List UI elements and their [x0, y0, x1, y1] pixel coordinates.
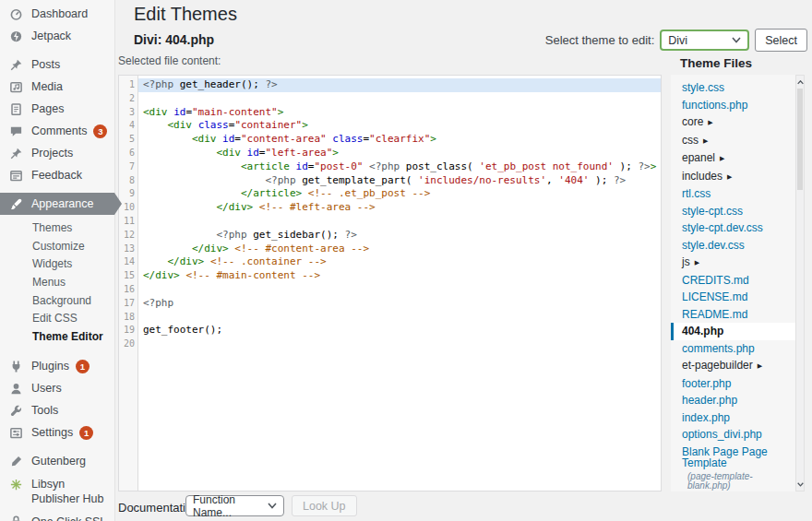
scroll-down-icon[interactable] — [796, 479, 804, 490]
theme-file-style-cpt-css[interactable]: style-cpt.css — [671, 203, 795, 220]
plugins-icon — [9, 360, 23, 373]
code-line: <?php get_template_part( 'includes/no-re… — [138, 174, 661, 188]
theme-files-list: style.cssfunctions.phpcore▶css▶epanel▶in… — [671, 75, 795, 491]
sidebar-item-label: Settings — [31, 426, 73, 439]
sidebar-item-label: Projects — [31, 147, 73, 160]
sidebar-item-libsyn-publisher-hub[interactable]: Libsyn Publisher Hub — [0, 472, 114, 511]
code-line: <?php get_header(); ?> — [138, 78, 661, 92]
sidebar-subitem-menus[interactable]: Menus — [0, 274, 114, 292]
sidebar-item-projects[interactable]: Projects — [0, 142, 114, 164]
theme-file-readme-md[interactable]: README.md — [671, 306, 795, 324]
scroll-up-icon[interactable] — [796, 77, 804, 88]
code-line — [138, 215, 661, 229]
code-editor[interactable]: 1234567891011121314151617181920 <?php ge… — [118, 75, 662, 491]
theme-file-blank-page-page-template[interactable]: Blank Page Page Template(page-template-b… — [671, 444, 795, 492]
sidebar-item-gutenberg[interactable]: Gutenberg — [0, 450, 114, 472]
sidebar-subitem-background[interactable]: Background — [0, 291, 114, 310]
sidebar-item-comments[interactable]: Comments3 — [0, 120, 114, 142]
scrollbar-thumb[interactable] — [797, 89, 803, 190]
sidebar-item-appearance[interactable]: Appearance — [0, 193, 114, 215]
line-number: 17 — [119, 297, 135, 311]
sidebar-item-users[interactable]: Users — [0, 377, 114, 399]
code-line — [138, 337, 661, 351]
folder-arrow-icon: ▶ — [758, 362, 762, 369]
line-number: 2 — [119, 92, 135, 106]
theme-file-404-php[interactable]: 404.php — [671, 323, 795, 340]
theme-file-comments-php[interactable]: comments.php — [671, 340, 795, 358]
theme-file-rtl-css[interactable]: rtl.css — [671, 185, 795, 203]
sidebar-item-label: One Click SSL — [31, 515, 106, 521]
line-number: 6 — [119, 147, 135, 160]
sidebar-item-media[interactable]: Media — [0, 76, 114, 98]
line-number: 20 — [119, 337, 135, 351]
line-number: 13 — [119, 243, 135, 256]
line-number: 18 — [119, 311, 135, 325]
page-title: Edit Themes — [134, 4, 237, 25]
code-line: get_footer(); — [138, 324, 661, 337]
line-number: 8 — [119, 174, 135, 188]
sidebar-item-label: Posts — [31, 58, 60, 71]
theme-file-functions-php[interactable]: functions.php — [671, 97, 795, 114]
documentation-select-value: Function Name... — [193, 493, 268, 519]
theme-files-scrollbar[interactable] — [795, 75, 805, 491]
line-number: 3 — [119, 106, 135, 120]
pages-icon — [9, 102, 23, 116]
sidebar-item-plugins[interactable]: Plugins1 — [0, 355, 114, 377]
sidebar-item-label: Users — [31, 382, 62, 395]
lookup-button[interactable]: Look Up — [292, 495, 357, 516]
theme-select[interactable]: Divi — [660, 30, 749, 51]
sidebar-item-jetpack[interactable]: Jetpack — [0, 25, 114, 47]
code-line: <?php get_sidebar(); ?> — [138, 229, 661, 243]
feedback-icon — [9, 169, 23, 183]
sidebar-subitem-themes[interactable]: Themes — [0, 219, 114, 238]
editing-file-title: Divi: 404.php — [134, 32, 214, 47]
sidebar-item-one-click-ssl[interactable]: One Click SSL — [0, 511, 114, 521]
sidebar-item-label: Libsyn Publisher Hub — [31, 477, 107, 507]
theme-file-license-md[interactable]: LICENSE.md — [671, 289, 795, 306]
theme-file-index-php[interactable]: index.php — [671, 409, 795, 427]
documentation-select[interactable]: Function Name... — [185, 495, 284, 516]
select-theme-button[interactable]: Select — [755, 29, 807, 52]
folder-arrow-icon: ▶ — [727, 173, 732, 180]
theme-file-options-divi-php[interactable]: options_divi.php — [671, 426, 795, 444]
code-line: <?php — [138, 297, 661, 311]
theme-file-core[interactable]: core▶ — [671, 113, 795, 132]
sidebar-item-label: Pages — [31, 102, 64, 115]
menu-group: DashboardJetpack — [0, 3, 114, 47]
theme-file-header-php[interactable]: header.php — [671, 392, 795, 409]
sidebar-subitem-theme-editor[interactable]: Theme Editor — [0, 327, 114, 346]
theme-file-includes[interactable]: includes▶ — [671, 168, 795, 186]
line-number: 14 — [119, 255, 135, 269]
sidebar-item-label: Feedback — [31, 169, 82, 182]
sidebar-subitem-edit-css[interactable]: Edit CSS — [0, 310, 114, 328]
sidebar-item-feedback[interactable]: Feedback — [0, 164, 114, 186]
theme-file-epanel[interactable]: epanel▶ — [671, 149, 795, 168]
theme-file-credits-md[interactable]: CREDITS.md — [671, 272, 795, 290]
code-content[interactable]: <?php get_header(); ?><div id="main-cont… — [138, 76, 661, 491]
theme-file-css[interactable]: css▶ — [671, 132, 795, 150]
selected-file-content-label: Selected file content: — [118, 54, 221, 67]
jetpack-icon — [9, 30, 23, 43]
theme-file-footer-php[interactable]: footer.php — [671, 375, 795, 393]
theme-file-style-dev-css[interactable]: style.dev.css — [671, 237, 795, 255]
sidebar-item-label: Media — [31, 80, 63, 93]
sidebar-item-posts[interactable]: Posts — [0, 53, 114, 76]
line-number: 11 — [119, 215, 135, 229]
sidebar-item-settings[interactable]: Settings1 — [0, 421, 114, 444]
sidebar-item-tools[interactable]: Tools — [0, 399, 114, 421]
theme-file-js[interactable]: js▶ — [671, 254, 795, 272]
sidebar-item-dashboard[interactable]: Dashboard — [0, 3, 114, 25]
theme-file-style-cpt-dev-css[interactable]: style-cpt.dev.css — [671, 219, 795, 237]
sidebar-subitem-widgets[interactable]: Widgets — [0, 255, 114, 274]
menu-group: Plugins1UsersToolsSettings1 — [0, 355, 114, 444]
code-line — [138, 92, 661, 106]
theme-file-et-pagebuilder[interactable]: et-pagebuilder▶ — [671, 357, 795, 375]
sidebar-subitem-customize[interactable]: Customize — [0, 238, 114, 256]
sidebar-item-pages[interactable]: Pages — [0, 98, 114, 120]
tools-icon — [9, 404, 23, 418]
folder-arrow-icon: ▶ — [720, 155, 724, 161]
line-number-gutter: 1234567891011121314151617181920 — [119, 76, 138, 491]
line-number: 1 — [119, 78, 135, 92]
code-line: </div> <!-- #main-content --> — [138, 269, 661, 283]
theme-file-style-css[interactable]: style.css — [671, 79, 795, 97]
